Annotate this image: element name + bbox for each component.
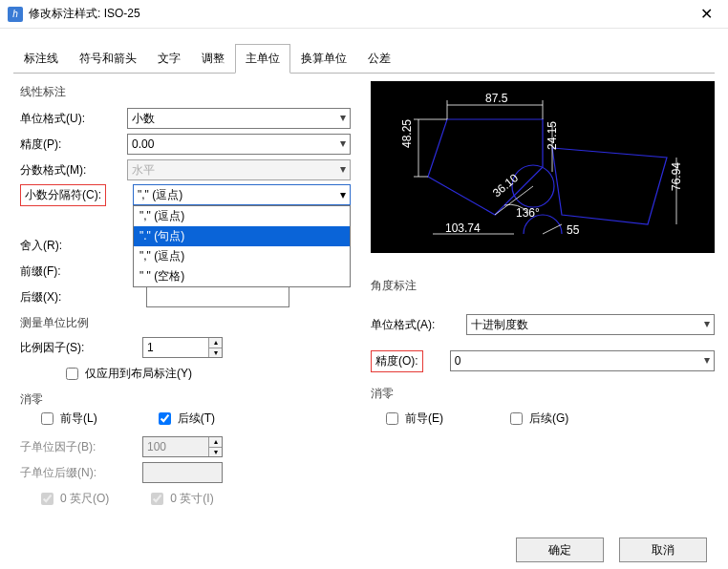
apply-layout-checkbox[interactable]: 仅应用到布局标注(Y) — [62, 365, 192, 383]
angle-trailing-label: 后续(G) — [529, 411, 568, 427]
tab-text[interactable]: 文字 — [147, 44, 191, 74]
svg-marker-1 — [552, 148, 667, 224]
subunit-factor-label: 子单位因子(B): — [20, 439, 142, 455]
linear-group-title: 线性标注 — [20, 82, 351, 104]
angle-trailing-checkbox[interactable]: 后续(G) — [506, 410, 568, 428]
prefix-label: 前缀(F): — [20, 263, 127, 280]
decimal-separator-list: "," (逗点) "." (句点) "," (逗点) " " (空格) — [133, 205, 351, 287]
fraction-select[interactable]: 水平 — [127, 159, 351, 180]
svg-text:48.25: 48.25 — [400, 119, 414, 148]
svg-line-13 — [543, 224, 562, 234]
linear-group: 线性标注 单位格式(U): 小数 精度(P): 0.00 分数格式(M): 水平 — [13, 81, 357, 515]
apply-layout-label: 仅应用到布局标注(Y) — [85, 366, 192, 382]
subunit-spin-down: ▾ — [208, 448, 222, 457]
close-button[interactable]: ✕ — [693, 5, 720, 23]
suffix-input[interactable] — [146, 286, 289, 307]
app-logo: h — [8, 7, 23, 22]
measure-scale-title: 测量单位比例 — [20, 311, 351, 333]
angle-unit-select[interactable]: 十进制度数 — [466, 314, 715, 335]
zero-feet-label: 0 英尺(O) — [60, 491, 109, 507]
tab-strip: 标注线 符号和箭头 文字 调整 主单位 换算单位 公差 — [0, 29, 728, 74]
chevron-down-icon: ▾ — [340, 188, 346, 201]
angle-precision-select[interactable]: 0 — [450, 350, 715, 371]
tab-adjust[interactable]: 调整 — [191, 44, 235, 74]
unit-format-select[interactable]: 小数 — [127, 108, 351, 129]
tab-alt-units[interactable]: 换算单位 — [290, 44, 357, 74]
angle-unit-label: 单位格式(A): — [371, 317, 466, 333]
decimal-separator-dropdown[interactable]: "," (逗点) ▾ "," (逗点) "." (句点) "," (逗点) " … — [133, 184, 351, 205]
trailing-checkbox[interactable]: 后续(T) — [155, 410, 215, 428]
unit-format-label: 单位格式(U): — [20, 111, 127, 127]
trailing-label: 后续(T) — [178, 411, 215, 427]
dialog-footer: 确定 取消 — [0, 526, 728, 569]
round-label: 舍入(R): — [20, 238, 127, 254]
svg-text:87.5: 87.5 — [485, 92, 508, 105]
leading-checkbox[interactable]: 前导(L) — [37, 410, 97, 428]
svg-text:76.94: 76.94 — [670, 162, 683, 191]
tab-tolerance[interactable]: 公差 — [357, 44, 401, 74]
decimal-separator-selected: "," (逗点) — [138, 187, 182, 203]
tab-symbols-arrows[interactable]: 符号和箭头 — [69, 44, 147, 74]
svg-text:55: 55 — [567, 223, 580, 237]
scale-factor-label: 比例因子(S): — [20, 340, 142, 356]
titlebar: h 修改标注样式: ISO-25 ✕ — [0, 0, 728, 29]
subunit-suffix-label: 子单位后缀(N): — [20, 465, 142, 481]
zero-inch-label: 0 英寸(I) — [170, 491, 213, 507]
precision-label: 精度(P): — [20, 137, 127, 153]
svg-text:24.15: 24.15 — [546, 121, 559, 150]
decimal-sep-option[interactable]: "." (句点) — [134, 226, 350, 246]
angle-precision-label: 精度(O): — [371, 350, 423, 372]
subunit-suffix-input — [142, 462, 223, 483]
svg-text:136°: 136° — [516, 206, 540, 220]
ok-button[interactable]: 确定 — [516, 537, 604, 562]
fraction-label: 分数格式(M): — [20, 162, 127, 179]
subunit-spin-up: ▴ — [208, 437, 222, 448]
svg-text:36.10: 36.10 — [490, 171, 521, 200]
scale-spin-up[interactable]: ▴ — [208, 338, 222, 348]
svg-text:103.74: 103.74 — [445, 221, 481, 235]
window-title: 修改标注样式: ISO-25 — [29, 6, 693, 22]
angle-suppress-title: 消零 — [371, 382, 715, 404]
zero-feet-checkbox: 0 英尺(O) — [37, 490, 109, 508]
decimal-separator-label: 小数分隔符(C): — [20, 184, 106, 206]
tab-dimension-line[interactable]: 标注线 — [13, 44, 69, 74]
scale-spin-down[interactable]: ▾ — [208, 348, 222, 358]
decimal-sep-option[interactable]: " " (空格) — [134, 266, 350, 286]
cancel-button[interactable]: 取消 — [619, 537, 707, 562]
precision-select[interactable]: 0.00 — [127, 134, 351, 155]
decimal-sep-option[interactable]: "," (逗点) — [134, 246, 350, 266]
preview-pane: 87.5 48.25 76.94 24.15 36.10 136° 103.74… — [371, 81, 715, 253]
suppress-zero-title: 消零 — [20, 388, 351, 410]
decimal-sep-option[interactable]: "," (逗点) — [134, 206, 350, 226]
leading-label: 前导(L) — [60, 411, 97, 427]
tab-primary-units[interactable]: 主单位 — [235, 44, 290, 74]
zero-inch-checkbox: 0 英寸(I) — [147, 490, 213, 508]
angle-group-title: 角度标注 — [371, 276, 715, 298]
suffix-label: 后缀(X): — [20, 289, 127, 306]
angle-leading-checkbox[interactable]: 前导(E) — [382, 410, 443, 428]
angle-leading-label: 前导(E) — [405, 411, 443, 427]
